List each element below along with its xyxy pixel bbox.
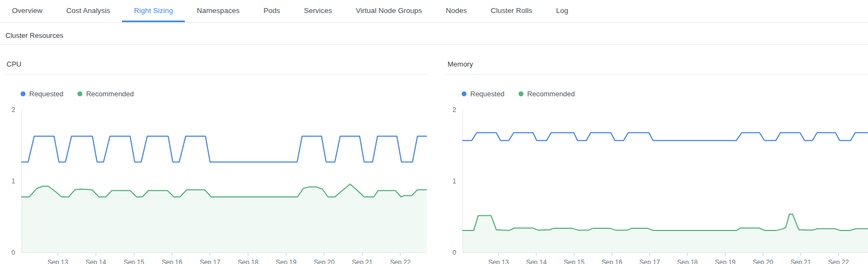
cpu-legend-item-recommended[interactable]: Recommended <box>77 90 134 98</box>
x-tick-label: Sep 13 <box>488 259 509 264</box>
y-tick-label: 2 <box>452 106 456 114</box>
legend-dot-icon <box>462 91 467 96</box>
x-tick-label: Sep 16 <box>601 259 622 264</box>
tab-services[interactable]: Services <box>292 0 344 22</box>
legend-label: Recommended <box>86 90 134 98</box>
x-tick-label: Sep 17 <box>639 259 660 264</box>
y-tick-label: 1 <box>452 177 456 185</box>
x-tick-label: Sep 14 <box>526 259 547 264</box>
section-heading: Cluster Resources <box>0 23 868 45</box>
legend-dot-icon <box>77 91 82 96</box>
x-tick-label: Sep 18 <box>677 259 698 264</box>
tab-namespaces[interactable]: Namespaces <box>185 0 251 22</box>
y-tick-label: 0 <box>452 249 456 256</box>
tab-log[interactable]: Log <box>544 0 580 22</box>
legend-label: Recommended <box>527 90 575 98</box>
tab-virtual-node-groups[interactable]: Virtual Node Groups <box>344 0 434 22</box>
memory-panel: MemoryRequestedRecommended012Sep 13Sep 1… <box>446 57 868 264</box>
tab-bar: OverviewCost AnalysisRight SizingNamespa… <box>0 0 868 23</box>
cpu-chart[interactable]: 012Sep 13Sep 14Sep 15Sep 16Sep 17Sep 18S… <box>5 103 427 264</box>
charts-row: CPURequestedRecommended012Sep 13Sep 14Se… <box>0 45 868 264</box>
x-tick-label: Sep 20 <box>314 259 334 264</box>
x-tick-label: Sep 18 <box>238 259 258 264</box>
x-tick-label: Sep 19 <box>276 259 296 264</box>
cpu-legend: RequestedRecommended <box>5 90 427 98</box>
tab-pods[interactable]: Pods <box>251 0 292 22</box>
x-tick-label: Sep 13 <box>48 259 68 264</box>
x-tick-label: Sep 15 <box>564 259 585 264</box>
tab-cost-analysis[interactable]: Cost Analysis <box>54 0 122 22</box>
x-tick-label: Sep 15 <box>124 259 144 264</box>
memory-legend-item-recommended[interactable]: Recommended <box>519 90 575 98</box>
y-tick-label: 0 <box>11 249 15 256</box>
tab-cluster-rolls[interactable]: Cluster Rolls <box>479 0 545 22</box>
memory-chart-title: Memory <box>446 57 868 75</box>
tab-overview[interactable]: Overview <box>0 0 54 22</box>
tab-right-sizing[interactable]: Right Sizing <box>122 0 185 22</box>
memory-chart[interactable]: 012Sep 13Sep 14Sep 15Sep 16Sep 17Sep 18S… <box>446 103 868 264</box>
cpu-chart-title: CPU <box>5 57 427 75</box>
x-tick-label: Sep 20 <box>753 259 773 264</box>
x-tick-label: Sep 22 <box>390 259 411 264</box>
legend-label: Requested <box>470 90 504 98</box>
legend-label: Requested <box>29 90 63 98</box>
y-tick-label: 1 <box>11 177 15 185</box>
cpu-panel: CPURequestedRecommended012Sep 13Sep 14Se… <box>5 57 427 264</box>
x-tick-label: Sep 14 <box>86 259 106 264</box>
x-tick-label: Sep 21 <box>791 259 811 264</box>
cpu-legend-item-requested[interactable]: Requested <box>21 90 63 98</box>
x-tick-label: Sep 16 <box>161 259 182 264</box>
tab-nodes[interactable]: Nodes <box>434 0 479 22</box>
x-tick-label: Sep 17 <box>200 259 221 264</box>
memory-recommended-area <box>463 214 868 253</box>
legend-dot-icon <box>21 91 25 96</box>
memory-recommended-line <box>463 214 868 230</box>
x-tick-label: Sep 21 <box>352 259 373 264</box>
x-tick-label: Sep 22 <box>828 259 849 264</box>
cpu-recommended-area <box>22 184 427 253</box>
legend-dot-icon <box>519 91 523 96</box>
memory-requested-line <box>463 133 868 141</box>
x-tick-label: Sep 19 <box>715 259 735 264</box>
y-tick-label: 2 <box>11 106 15 114</box>
memory-legend: RequestedRecommended <box>446 90 868 98</box>
cpu-requested-line <box>22 136 427 162</box>
memory-legend-item-requested[interactable]: Requested <box>462 90 504 98</box>
